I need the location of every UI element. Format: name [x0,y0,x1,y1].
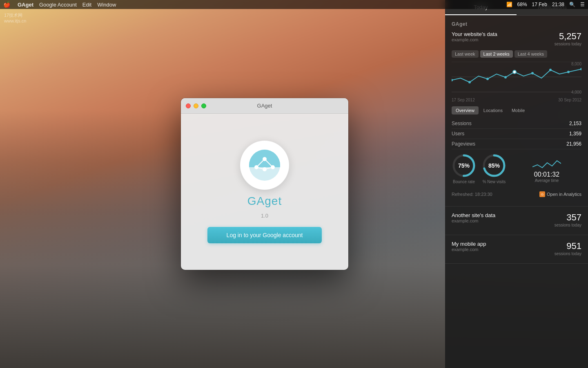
site2-sessions-label: sessions today [555,223,581,227]
svg-point-9 [549,69,552,71]
chart-x-labels: 17 Sep 2012 30 Sep 2012 [452,98,581,102]
time-filter-row: Last week Last 2 weeks Last 4 weeks [452,50,581,58]
site1-url: example.com [452,37,497,42]
site1-sessions-count: 5,257 [555,31,581,42]
svg-point-18 [249,150,280,181]
site2-name: Another site's data [452,212,495,218]
notification-icon[interactable]: ☰ [580,2,585,7]
close-button[interactable] [186,103,191,108]
site3-section: My mobile app example.com 951 sessions t… [445,235,588,264]
metric-users: Users 1,359 [452,129,581,139]
refresh-time: Refreshed: 18:23:30 [452,192,492,197]
chart-y-labels: 8,000 4,000 [571,62,581,94]
sub-tabs: Overview Locations Mobile [452,106,581,114]
watermark: 17技术网 www.itjs.cn [4,12,26,23]
metric-sessions: Sessions 2,153 [452,119,581,129]
section-title: GAget [452,21,581,27]
svg-point-4 [468,81,471,83]
site3-sessions-count: 951 [555,241,581,251]
avg-time-value: 00:01:32 [534,171,559,178]
site2-sessions-count: 357 [555,212,581,223]
site3-sessions-label: sessions today [555,251,581,256]
line-chart [452,62,581,92]
analytics-icon: G [539,191,545,197]
battery-level: 68% [517,2,527,7]
login-button[interactable]: Log in to your Google account [207,227,322,243]
sub-tab-overview[interactable]: Overview [452,106,479,114]
svg-point-7 [513,70,516,74]
new-visits-circle: 85% [482,153,506,178]
site3-url: example.com [452,247,486,252]
bounce-rate-circle: 75% [452,153,476,178]
menu-google-account[interactable]: Google Account [39,2,77,8]
chart-area: 8,000 4,000 [452,62,581,94]
minimize-button[interactable] [194,103,198,108]
site2-url: example.com [452,218,495,223]
menubar: 🍎 GAget Google Account Edit Window 📶 68%… [0,0,588,9]
filter-last-2-weeks[interactable]: Last 2 weeks [480,50,513,58]
gauges-row: 75% Bounce rate 85% % New visits [452,149,581,188]
app-logo-svg [246,147,283,184]
svg-point-5 [486,78,489,80]
new-visits-gauge: 85% % New visits [482,153,506,184]
app-icon [240,141,289,190]
site2-section: Another site's data example.com 357 sess… [445,206,588,235]
window-titlebar: GAget [181,98,348,114]
wifi-icon: 📶 [506,2,512,7]
menu-edit[interactable]: Edit [82,2,91,8]
apple-menu[interactable]: 🍎 [3,1,10,8]
app-menu-name[interactable]: GAget [18,2,33,8]
menu-time: 21:38 [552,2,564,7]
site1-sessions-label: sessions today [555,42,581,46]
sub-tab-locations[interactable]: Locations [479,106,507,114]
maximize-button[interactable] [201,103,206,108]
menu-date: 17 Feb [532,2,547,7]
avg-time-widget: 00:01:32 Average time [512,155,581,183]
svg-point-3 [452,79,453,81]
metric-pageviews: Pageviews 21,956 [452,139,581,149]
sub-tab-mobile[interactable]: Mobile [508,106,529,114]
site3-header: My mobile app example.com 951 sessions t… [452,241,581,256]
menubar-right: 📶 68% 17 Feb 21:38 🔍 ☰ [506,2,585,7]
svg-point-6 [504,76,507,79]
avg-time-label: Average time [535,178,559,183]
bounce-rate-gauge: 75% Bounce rate [452,153,476,184]
filter-last-4-weeks[interactable]: Last 4 weeks [514,50,547,58]
svg-point-10 [567,71,570,73]
window-controls [186,103,206,108]
window-body: GAget 1.0 Log in to your Google account [199,114,330,270]
svg-point-8 [531,72,534,74]
notification-panel: Today Notifications GAget Your website's… [445,0,588,368]
site1-section: GAget Your website's data example.com 5,… [445,16,588,206]
site1-name: Your website's data [452,31,497,37]
open-analytics-link[interactable]: G Open in Analytics [539,191,581,197]
app-name-label: GAget [247,195,282,208]
search-icon[interactable]: 🔍 [569,2,575,7]
filter-last-week[interactable]: Last week [452,50,479,58]
app-window: GAget [181,98,348,270]
site1-header: Your website's data example.com 5,257 se… [452,31,581,46]
site2-header: Another site's data example.com 357 sess… [452,212,581,227]
window-title: GAget [257,103,272,109]
menubar-left: 🍎 GAget Google Account Edit Window [3,1,116,8]
site3-name: My mobile app [452,241,486,247]
refresh-row: Refreshed: 18:23:30 G Open in Analytics [452,188,581,200]
app-version-label: 1.0 [261,213,268,219]
menu-window[interactable]: Window [97,2,116,8]
